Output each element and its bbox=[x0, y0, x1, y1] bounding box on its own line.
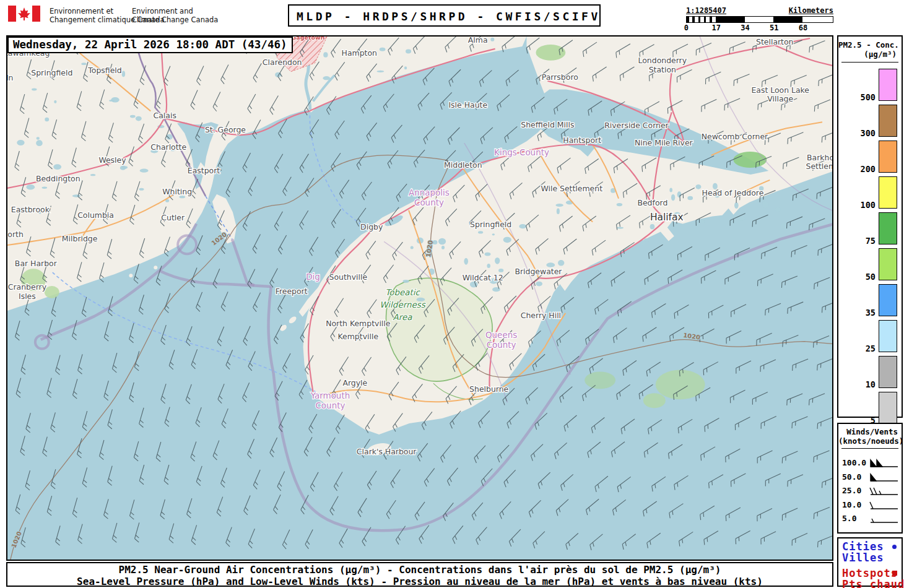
wind-speed-value: 100.0 bbox=[842, 458, 866, 467]
town-label: Clark's Harbour bbox=[357, 447, 417, 456]
town-label: Isle Haute bbox=[448, 100, 487, 110]
pm25-color-swatch bbox=[879, 105, 897, 137]
caption-box: PM2.5 Near-Ground Air Concentrations (µg… bbox=[6, 562, 833, 587]
town-label: Hantsport bbox=[563, 136, 601, 145]
county-label: AnnapolisCounty bbox=[409, 188, 450, 207]
pm25-color-swatch bbox=[879, 69, 897, 101]
winds-legend-units: (knots/noeuds) bbox=[838, 436, 903, 446]
eccc-map-product: { "header": { "fr1": "Environnement et",… bbox=[0, 0, 904, 588]
county-label: Dig bbox=[306, 272, 320, 282]
pm25-color-swatch bbox=[879, 176, 897, 209]
town-label: St. George bbox=[205, 125, 246, 134]
wind-speed-value: 10.0 bbox=[842, 500, 861, 509]
caption-line2: Sea-Level Pressure (hPa) and Low-Level W… bbox=[7, 576, 832, 587]
wind-legend-row: 5.0 bbox=[838, 512, 902, 526]
town-label: Springfield bbox=[470, 220, 511, 229]
town-label: Head of Jeddore bbox=[702, 188, 764, 197]
town-label: Shelburne bbox=[469, 384, 508, 394]
town-label: Bedford bbox=[637, 198, 667, 207]
pm25-color-swatch bbox=[879, 392, 897, 424]
town-label: Milbridge bbox=[62, 234, 98, 243]
pm25-legend-row: 100 bbox=[838, 173, 902, 209]
town-label: Beddington bbox=[36, 174, 80, 183]
pm25-color-swatch bbox=[879, 284, 897, 316]
city-label: Halifax bbox=[650, 212, 684, 223]
town-label: Nine Mile River bbox=[635, 138, 693, 147]
town-label: Sheffield Mills bbox=[521, 120, 574, 129]
scale-tick: 0 bbox=[684, 24, 689, 32]
town-label: Middleton bbox=[444, 160, 482, 170]
hotspots-label-fr: Pts chauds bbox=[838, 579, 902, 588]
pm25-legend-title: PM2.5 - Conc. bbox=[838, 40, 899, 50]
town-label: Whiting bbox=[162, 187, 192, 196]
town-label: Bar Harbor bbox=[15, 259, 58, 268]
town-label: Charlotte bbox=[150, 142, 186, 152]
wind-legend-row: 10.0 bbox=[838, 498, 902, 512]
town-label: Wildcat 12 bbox=[463, 273, 503, 282]
wind-barb-icon bbox=[868, 513, 899, 525]
scale-ticks: 017345168 bbox=[686, 23, 833, 32]
scale-tick: 51 bbox=[770, 24, 778, 32]
town-label: worth bbox=[7, 230, 24, 239]
wind-barb-icon bbox=[868, 499, 899, 511]
pm25-legend-row: 25 bbox=[838, 316, 902, 352]
town-label: Alma bbox=[468, 37, 488, 45]
town-label: Topsfield bbox=[87, 66, 121, 75]
scale-tick: 17 bbox=[711, 24, 720, 32]
wind-barb-icon bbox=[868, 485, 899, 497]
town-label: Riverside Corner bbox=[604, 121, 669, 130]
pm25-color-swatch bbox=[879, 248, 897, 280]
town-label: Stellarton bbox=[756, 37, 794, 46]
town-label: Clarendon bbox=[263, 58, 302, 67]
pm25-legend-panel: PM2.5 - Conc. (µg/m³) 500300200100755035… bbox=[837, 35, 903, 418]
markers-legend-panel: Cities Villes Hotspots Pts chauds bbox=[837, 537, 903, 587]
agency-name-en: Environment andClimate Change Canada bbox=[132, 7, 218, 24]
pm25-legend-row: 50 bbox=[838, 244, 902, 280]
town-label: North Kemptville bbox=[326, 319, 390, 328]
map-svg: attawamkeagolnSpringfieldTopsfieldClaren… bbox=[7, 37, 832, 560]
pm25-color-swatch bbox=[879, 141, 897, 173]
wind-speed-value: 50.0 bbox=[842, 472, 861, 482]
caption-line1: PM2.5 Near-Ground Air Concentrations (µg… bbox=[7, 564, 832, 576]
county-label: QueensCounty bbox=[485, 331, 517, 350]
canada-flag-icon bbox=[8, 6, 40, 22]
winds-legend-panel: Winds/Vents (knots/noeuds) 100.050.025.0… bbox=[837, 423, 903, 534]
town-label: Southville bbox=[329, 272, 368, 282]
scale-segment bbox=[687, 17, 716, 22]
map-scale: 1:1285407 Kilometers 017345168 bbox=[686, 6, 833, 32]
cities-label-fr: Villes bbox=[838, 552, 902, 563]
town-label: Calais bbox=[154, 111, 176, 120]
product-title: MLDP - HRDPS/SHRPD - CWFIS/SCIFV bbox=[297, 10, 601, 23]
town-label: Parrsboro bbox=[542, 72, 578, 82]
divider bbox=[841, 62, 898, 63]
town-label: Eastbrook bbox=[11, 205, 50, 214]
town-label: Newcomb Corner bbox=[702, 132, 768, 141]
scale-segment bbox=[745, 17, 774, 22]
pm25-legend-row: 300 bbox=[838, 101, 902, 137]
winds-legend-title: Winds/Vents bbox=[846, 427, 898, 436]
town-label: Hampton bbox=[342, 48, 377, 58]
pm25-legend-row: 5 bbox=[838, 388, 902, 424]
pm25-color-swatch bbox=[879, 320, 897, 352]
scale-tick: 34 bbox=[741, 24, 749, 32]
county-label: Kings County bbox=[494, 148, 549, 157]
town-label: Digby bbox=[360, 222, 383, 231]
town-label: Columbia bbox=[77, 210, 114, 220]
wind-barb-icon bbox=[868, 457, 899, 469]
town-label: Gagetown bbox=[292, 37, 325, 41]
pm25-legend-row: 500 bbox=[838, 65, 902, 101]
wind-speed-value: 25.0 bbox=[842, 486, 861, 495]
town-label: Wile Settlement bbox=[541, 184, 602, 193]
wind-speed-value: 5.0 bbox=[842, 514, 856, 523]
scale-unit: Kilometers bbox=[789, 6, 833, 15]
hotspot-square-icon bbox=[892, 571, 897, 576]
wind-legend-row: 100.0 bbox=[838, 456, 902, 470]
pm25-legend-row: 35 bbox=[838, 280, 902, 316]
town-label: Argyle bbox=[342, 378, 367, 387]
town-label: Bridgewater bbox=[515, 267, 562, 276]
pm25-legend-units: (µg/m³) bbox=[864, 50, 897, 59]
pm25-color-swatch bbox=[879, 356, 897, 388]
scale-tick: 68 bbox=[799, 24, 807, 32]
wind-barb-icon bbox=[868, 472, 899, 483]
scale-segment bbox=[802, 17, 832, 22]
